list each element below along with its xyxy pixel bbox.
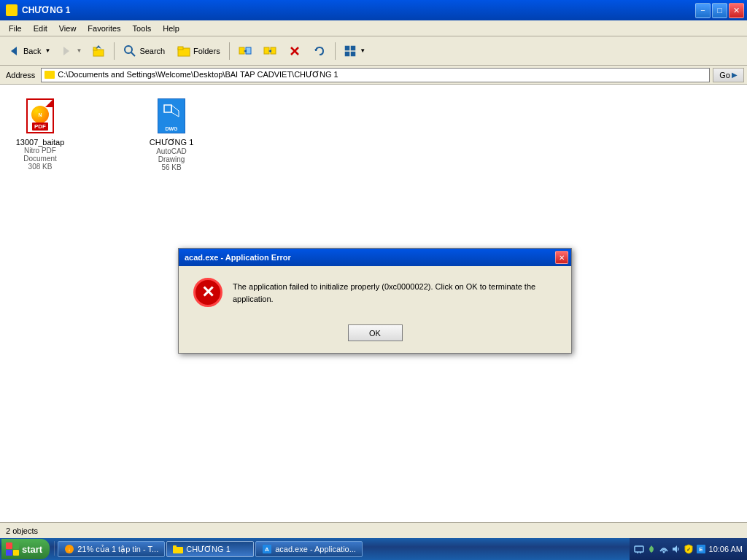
- search-icon: [123, 44, 137, 58]
- folders-label: Folders: [193, 47, 220, 55]
- address-bar: Address C:\Documents and Settings\Welcom…: [0, 66, 747, 85]
- menu-tools[interactable]: Tools: [127, 23, 158, 34]
- svg-rect-1: [7, 7, 11, 10]
- error-dialog: acad.exe - Application Error ✕ ✕ The app…: [178, 248, 572, 354]
- forward-button[interactable]: ▼: [55, 39, 85, 63]
- svg-point-32: [662, 551, 665, 553]
- file-type: Nitro PDF Document: [11, 147, 69, 163]
- close-button[interactable]: ✕: [729, 3, 744, 18]
- taskbar-folder-label: CHƯƠNG 1: [186, 545, 231, 554]
- folder-icon: [173, 544, 183, 554]
- menu-edit[interactable]: Edit: [28, 23, 53, 34]
- title-bar-left: CHƯƠNG 1: [6, 4, 70, 16]
- ok-button[interactable]: OK: [348, 324, 403, 341]
- file-name: CHƯƠNG 1: [150, 138, 194, 147]
- taskbar-items: ↓ 21% của 1 tập tin - T... CHƯƠNG 1 A: [50, 541, 629, 557]
- folders-icon: [177, 44, 191, 58]
- go-label: Go: [719, 71, 730, 79]
- minimize-button[interactable]: −: [695, 3, 711, 18]
- back-dropdown-icon[interactable]: ▼: [44, 47, 50, 54]
- tray-icon-volume[interactable]: [671, 544, 681, 554]
- svg-rect-16: [345, 52, 349, 56]
- tray-icon-network[interactable]: [659, 544, 669, 554]
- svg-text:A: A: [265, 546, 269, 553]
- up-icon: [91, 44, 106, 58]
- taskbar-acad-label: acad.exe - Applicatio...: [275, 545, 356, 553]
- menu-view[interactable]: View: [53, 23, 82, 34]
- svg-line-5: [131, 52, 135, 56]
- svg-rect-8: [239, 47, 244, 54]
- go-arrow-icon: ▶: [732, 71, 738, 79]
- menu-file[interactable]: File: [3, 23, 28, 34]
- search-button[interactable]: Search: [118, 39, 169, 63]
- svg-marker-33: [673, 545, 677, 553]
- undo-button[interactable]: [308, 39, 331, 63]
- address-path[interactable]: C:\Documents and Settings\Welcome\Deskto…: [58, 70, 706, 79]
- dialog-footer: OK: [179, 319, 571, 353]
- dialog-title-bar: acad.exe - Application Error ✕: [179, 249, 571, 266]
- dialog-close-button[interactable]: ✕: [555, 251, 568, 264]
- address-label: Address: [3, 71, 38, 79]
- svg-line-21: [171, 112, 179, 117]
- delete-icon: [287, 44, 302, 58]
- file-item[interactable]: DWG CHƯƠNG 1 AutoCAD Drawing 56 KB: [139, 92, 204, 175]
- taskbar-item-download[interactable]: ↓ 21% của 1 tập tin - T...: [58, 541, 165, 557]
- address-input-wrap: C:\Documents and Settings\Welcome\Deskto…: [41, 68, 710, 82]
- search-label: Search: [139, 47, 165, 55]
- status-text: 2 objects: [6, 526, 38, 535]
- error-symbol: ✕: [201, 283, 214, 302]
- separator-2: [229, 42, 230, 60]
- menu-favorites[interactable]: Favorites: [82, 23, 126, 34]
- back-button[interactable]: Back ▼: [3, 39, 54, 63]
- up-button[interactable]: [87, 39, 110, 63]
- maximize-button[interactable]: □: [712, 3, 727, 18]
- views-dropdown-icon[interactable]: ▼: [360, 47, 365, 54]
- go-button[interactable]: Go ▶: [713, 68, 744, 82]
- file-type: AutoCAD Drawing: [142, 147, 201, 163]
- svg-rect-18: [164, 105, 171, 112]
- move-button[interactable]: [233, 39, 257, 63]
- svg-text:E: E: [699, 546, 703, 553]
- title-bar: CHƯƠNG 1 − □ ✕: [0, 0, 747, 20]
- svg-point-4: [125, 46, 132, 53]
- svg-rect-14: [345, 46, 349, 50]
- separator-1: [114, 42, 115, 60]
- acad-icon: A: [262, 544, 272, 554]
- menu-help[interactable]: Help: [157, 23, 185, 34]
- copy-icon: [263, 44, 277, 58]
- move-icon: [238, 44, 252, 58]
- separator-3: [335, 42, 336, 60]
- window-title: CHƯƠNG 1: [22, 5, 70, 15]
- download-icon: ↓: [64, 544, 74, 554]
- tray-icon-lang[interactable]: E: [696, 544, 706, 554]
- file-name: 13007_baitap: [16, 138, 65, 147]
- copy-button[interactable]: [258, 39, 282, 63]
- back-icon: [7, 44, 21, 58]
- back-label: Back: [23, 47, 41, 55]
- taskbar-tray: ✓ E 10:06 AM: [630, 538, 747, 560]
- views-icon: [343, 44, 357, 58]
- status-bar: 2 objects: [0, 522, 747, 538]
- dialog-title: acad.exe - Application Error: [185, 253, 291, 262]
- svg-rect-29: [635, 546, 643, 552]
- error-icon: ✕: [193, 278, 222, 307]
- tray-icon-security[interactable]: ✓: [684, 544, 694, 554]
- start-button[interactable]: start: [1, 539, 50, 559]
- folders-button[interactable]: Folders: [171, 39, 225, 63]
- taskbar-item-acad[interactable]: A acad.exe - Applicatio...: [255, 541, 363, 557]
- delete-button[interactable]: [283, 39, 306, 63]
- svg-rect-26: [173, 545, 177, 548]
- svg-text:✓: ✓: [686, 547, 691, 552]
- dialog-message: The application failed to initialize pro…: [233, 278, 557, 305]
- pdf-icon: N PDF: [23, 96, 58, 136]
- address-folder-icon: [44, 71, 55, 79]
- file-item[interactable]: N PDF 13007_baitap Nitro PDF Document 30…: [7, 92, 73, 175]
- svg-line-19: [171, 105, 179, 111]
- forward-dropdown-icon[interactable]: ▼: [76, 47, 82, 54]
- file-size: 308 KB: [28, 163, 53, 171]
- views-button[interactable]: ▼: [339, 39, 369, 63]
- clock: 10:06 AM: [709, 545, 743, 553]
- taskbar-divider-1: [54, 541, 55, 556]
- file-size: 56 KB: [161, 163, 181, 171]
- taskbar-item-folder[interactable]: CHƯƠNG 1: [166, 541, 254, 557]
